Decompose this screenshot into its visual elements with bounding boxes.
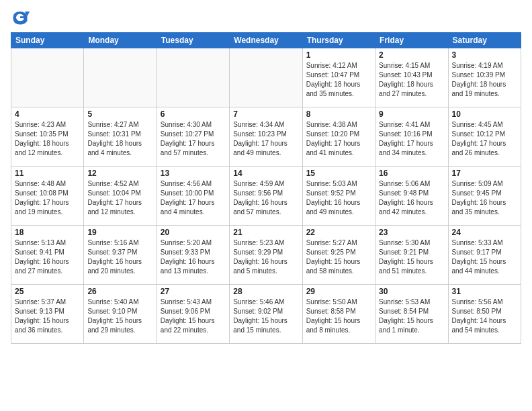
day-number: 10 <box>452 109 517 119</box>
day-number: 27 <box>161 287 226 296</box>
calendar-cell: 23Sunrise: 5:30 AM Sunset: 9:21 PM Dayli… <box>375 226 448 285</box>
calendar-cell: 24Sunrise: 5:33 AM Sunset: 9:17 PM Dayli… <box>448 226 521 285</box>
day-info: Sunrise: 5:20 AM Sunset: 9:33 PM Dayligh… <box>161 238 226 276</box>
calendar-cell: 21Sunrise: 5:23 AM Sunset: 9:29 PM Dayli… <box>230 226 302 285</box>
day-number: 25 <box>15 287 80 296</box>
weekday-header-monday: Monday <box>84 33 157 48</box>
weekday-header-saturday: Saturday <box>448 33 521 48</box>
calendar-cell: 4Sunrise: 4:23 AM Sunset: 10:35 PM Dayli… <box>11 107 84 167</box>
day-info: Sunrise: 5:50 AM Sunset: 8:58 PM Dayligh… <box>306 298 371 335</box>
day-info: Sunrise: 5:09 AM Sunset: 9:45 PM Dayligh… <box>452 179 517 217</box>
logo <box>11 8 32 27</box>
calendar-cell: 16Sunrise: 5:06 AM Sunset: 9:48 PM Dayli… <box>375 167 448 226</box>
day-number: 2 <box>379 50 444 60</box>
day-number: 11 <box>15 169 80 178</box>
calendar-cell: 12Sunrise: 4:52 AM Sunset: 10:04 PM Dayl… <box>84 167 157 226</box>
week-row-3: 11Sunrise: 4:48 AM Sunset: 10:08 PM Dayl… <box>11 167 521 226</box>
weekday-header-tuesday: Tuesday <box>157 33 229 48</box>
day-number: 26 <box>87 287 152 296</box>
calendar-cell: 30Sunrise: 5:53 AM Sunset: 8:54 PM Dayli… <box>375 285 448 344</box>
page: SundayMondayTuesdayWednesdayThursdayFrid… <box>0 0 532 411</box>
weekday-header-row: SundayMondayTuesdayWednesdayThursdayFrid… <box>11 33 521 48</box>
day-info: Sunrise: 4:56 AM Sunset: 10:00 PM Daylig… <box>161 179 226 217</box>
day-info: Sunrise: 5:53 AM Sunset: 8:54 PM Dayligh… <box>379 298 444 335</box>
day-info: Sunrise: 4:34 AM Sunset: 10:23 PM Daylig… <box>233 120 298 158</box>
calendar-cell: 18Sunrise: 5:13 AM Sunset: 9:41 PM Dayli… <box>11 226 84 285</box>
day-number: 30 <box>379 287 444 296</box>
day-number: 13 <box>161 169 226 178</box>
day-number: 3 <box>452 50 517 60</box>
calendar-cell: 28Sunrise: 5:46 AM Sunset: 9:02 PM Dayli… <box>230 285 302 344</box>
day-info: Sunrise: 4:12 AM Sunset: 10:47 PM Daylig… <box>306 61 371 99</box>
logo-icon <box>11 8 30 27</box>
day-number: 19 <box>87 228 152 237</box>
calendar-cell: 27Sunrise: 5:43 AM Sunset: 9:06 PM Dayli… <box>157 285 229 344</box>
day-info: Sunrise: 5:46 AM Sunset: 9:02 PM Dayligh… <box>233 298 298 335</box>
day-info: Sunrise: 4:23 AM Sunset: 10:35 PM Daylig… <box>15 120 80 158</box>
day-info: Sunrise: 4:52 AM Sunset: 10:04 PM Daylig… <box>87 179 152 217</box>
week-row-5: 25Sunrise: 5:37 AM Sunset: 9:13 PM Dayli… <box>11 285 521 344</box>
calendar-cell <box>157 48 229 107</box>
day-info: Sunrise: 4:15 AM Sunset: 10:43 PM Daylig… <box>379 61 444 99</box>
day-info: Sunrise: 4:59 AM Sunset: 9:56 PM Dayligh… <box>233 179 298 217</box>
calendar-cell: 8Sunrise: 4:38 AM Sunset: 10:20 PM Dayli… <box>302 107 375 167</box>
week-row-2: 4Sunrise: 4:23 AM Sunset: 10:35 PM Dayli… <box>11 107 521 167</box>
calendar-cell <box>84 48 157 107</box>
day-number: 4 <box>15 109 80 119</box>
week-row-4: 18Sunrise: 5:13 AM Sunset: 9:41 PM Dayli… <box>11 226 521 285</box>
day-info: Sunrise: 5:27 AM Sunset: 9:25 PM Dayligh… <box>306 238 371 276</box>
calendar-cell: 31Sunrise: 5:56 AM Sunset: 8:50 PM Dayli… <box>448 285 521 344</box>
day-number: 24 <box>452 228 517 237</box>
day-number: 12 <box>87 169 152 178</box>
day-number: 5 <box>87 109 152 119</box>
day-info: Sunrise: 5:23 AM Sunset: 9:29 PM Dayligh… <box>233 238 298 276</box>
calendar-cell: 11Sunrise: 4:48 AM Sunset: 10:08 PM Dayl… <box>11 167 84 226</box>
calendar-cell: 10Sunrise: 4:45 AM Sunset: 10:12 PM Dayl… <box>448 107 521 167</box>
weekday-header-wednesday: Wednesday <box>230 33 302 48</box>
day-number: 20 <box>161 228 226 237</box>
day-info: Sunrise: 4:30 AM Sunset: 10:27 PM Daylig… <box>161 120 226 158</box>
day-number: 22 <box>306 228 371 237</box>
day-number: 14 <box>233 169 298 178</box>
day-number: 6 <box>161 109 226 119</box>
calendar-cell: 25Sunrise: 5:37 AM Sunset: 9:13 PM Dayli… <box>11 285 84 344</box>
calendar-cell: 7Sunrise: 4:34 AM Sunset: 10:23 PM Dayli… <box>230 107 302 167</box>
day-number: 8 <box>306 109 371 119</box>
calendar-cell: 13Sunrise: 4:56 AM Sunset: 10:00 PM Dayl… <box>157 167 229 226</box>
calendar-cell <box>11 48 84 107</box>
day-number: 18 <box>15 228 80 237</box>
day-info: Sunrise: 4:45 AM Sunset: 10:12 PM Daylig… <box>452 120 517 158</box>
calendar-cell: 9Sunrise: 4:41 AM Sunset: 10:16 PM Dayli… <box>375 107 448 167</box>
calendar-cell <box>230 48 302 107</box>
week-row-1: 1Sunrise: 4:12 AM Sunset: 10:47 PM Dayli… <box>11 48 521 107</box>
day-info: Sunrise: 5:03 AM Sunset: 9:52 PM Dayligh… <box>306 179 371 217</box>
day-info: Sunrise: 5:06 AM Sunset: 9:48 PM Dayligh… <box>379 179 444 217</box>
calendar-cell: 5Sunrise: 4:27 AM Sunset: 10:31 PM Dayli… <box>84 107 157 167</box>
calendar-cell: 6Sunrise: 4:30 AM Sunset: 10:27 PM Dayli… <box>157 107 229 167</box>
calendar-cell: 22Sunrise: 5:27 AM Sunset: 9:25 PM Dayli… <box>302 226 375 285</box>
day-number: 21 <box>233 228 298 237</box>
weekday-header-sunday: Sunday <box>11 33 84 48</box>
day-info: Sunrise: 5:16 AM Sunset: 9:37 PM Dayligh… <box>87 238 152 276</box>
weekday-header-thursday: Thursday <box>302 33 375 48</box>
day-number: 17 <box>452 169 517 178</box>
day-number: 23 <box>379 228 444 237</box>
calendar-cell: 15Sunrise: 5:03 AM Sunset: 9:52 PM Dayli… <box>302 167 375 226</box>
day-info: Sunrise: 5:43 AM Sunset: 9:06 PM Dayligh… <box>161 298 226 335</box>
day-info: Sunrise: 4:48 AM Sunset: 10:08 PM Daylig… <box>15 179 80 217</box>
calendar-cell: 3Sunrise: 4:19 AM Sunset: 10:39 PM Dayli… <box>448 48 521 107</box>
calendar-cell: 14Sunrise: 4:59 AM Sunset: 9:56 PM Dayli… <box>230 167 302 226</box>
day-number: 29 <box>306 287 371 296</box>
day-info: Sunrise: 5:13 AM Sunset: 9:41 PM Dayligh… <box>15 238 80 276</box>
calendar-cell: 29Sunrise: 5:50 AM Sunset: 8:58 PM Dayli… <box>302 285 375 344</box>
day-number: 1 <box>306 50 371 60</box>
calendar-table: SundayMondayTuesdayWednesdayThursdayFrid… <box>11 32 521 344</box>
day-info: Sunrise: 4:38 AM Sunset: 10:20 PM Daylig… <box>306 120 371 158</box>
day-info: Sunrise: 5:30 AM Sunset: 9:21 PM Dayligh… <box>379 238 444 276</box>
day-number: 15 <box>306 169 371 178</box>
day-info: Sunrise: 5:33 AM Sunset: 9:17 PM Dayligh… <box>452 238 517 276</box>
day-number: 28 <box>233 287 298 296</box>
day-info: Sunrise: 5:37 AM Sunset: 9:13 PM Dayligh… <box>15 298 80 335</box>
day-number: 31 <box>452 287 517 296</box>
day-info: Sunrise: 5:40 AM Sunset: 9:10 PM Dayligh… <box>87 298 152 335</box>
